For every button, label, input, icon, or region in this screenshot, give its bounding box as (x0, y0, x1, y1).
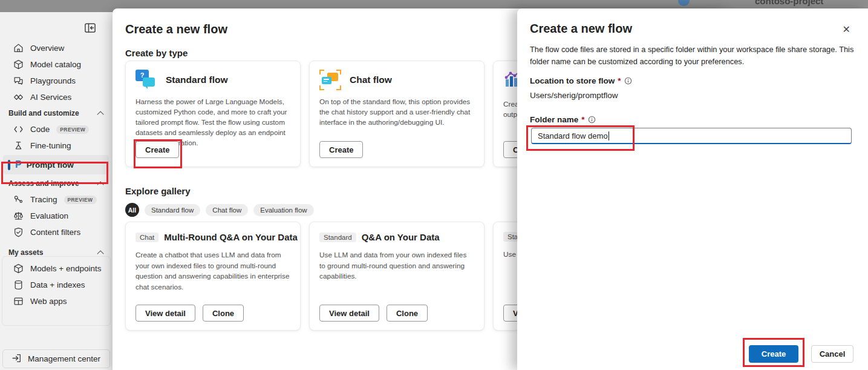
card-badge: Standard (319, 233, 356, 242)
collapse-sidebar-icon[interactable] (84, 22, 96, 34)
location-label-row: Location to store flow * (530, 76, 632, 85)
gallery-card-qa-on-your-data: Standard Q&A on Your Data Use LLM and da… (309, 222, 485, 331)
sidebar-item-label: Content filters (30, 228, 80, 237)
code-icon (13, 124, 24, 134)
view-detail-button[interactable]: View detail (319, 305, 379, 322)
section-build-and-customize[interactable]: Build and customize (0, 105, 113, 121)
card-title: Standard flow (166, 74, 227, 85)
filter-chat-flow[interactable]: Chat flow (206, 204, 248, 216)
gallery-filters: All Standard flow Chat flow Evaluation f… (125, 203, 314, 217)
fine-tuning-icon (13, 140, 24, 151)
gallery-card-multi-round-qa: Chat Multi-Round Q&A on Your Data Create… (125, 222, 301, 331)
chat-bubbles-icon (13, 76, 24, 86)
preview-badge: PREVIEW (56, 125, 89, 134)
sidebar-item-data-indexes[interactable]: Data + indexes (0, 277, 113, 293)
sidebar-item-prompt-flow[interactable]: P Prompt flow (3, 155, 109, 174)
filter-evaluation-flow[interactable]: Evaluation flow (253, 204, 313, 216)
card-description: Use LLM and data from your own indexed f… (319, 250, 474, 282)
card-badge: Chat (135, 233, 158, 242)
standard-flow-card: ? Standard flow Harness the power of Lar… (125, 61, 301, 167)
required-asterisk: * (618, 76, 621, 85)
standard-flow-icon: ? (135, 70, 157, 90)
folder-name-label: Folder name (530, 115, 578, 124)
shield-check-icon (13, 227, 24, 237)
sidebar-item-label: AI Services (30, 93, 71, 102)
sidebar-item-label: Evaluation (30, 211, 68, 220)
sidebar-nav-assets: My assets Models + endpoints Data + inde… (0, 245, 113, 309)
panel-create-button[interactable]: Create (749, 345, 798, 363)
screen: contoso-project Overview Model catalog P… (0, 0, 868, 370)
clone-button[interactable]: Clone (387, 305, 428, 322)
required-asterisk: * (581, 115, 584, 124)
chat-flow-icon (319, 70, 341, 90)
filter-all[interactable]: All (125, 203, 139, 217)
sidebar-item-label: Tracing (30, 195, 57, 204)
clone-button[interactable]: Clone (203, 305, 244, 322)
folder-label-row: Folder name * (530, 115, 596, 124)
view-detail-button[interactable]: View detail (135, 305, 195, 322)
sidebar-item-tracing[interactable]: Tracing PREVIEW (0, 191, 113, 208)
sidebar-item-model-catalog[interactable]: Model catalog (0, 56, 113, 73)
management-center-label: Management center (28, 354, 100, 363)
chat-flow-card: Chat flow On top of the standard flow, t… (309, 61, 485, 167)
location-label: Location to store flow (530, 76, 615, 85)
sidebar-item-playgrounds[interactable]: Playgrounds (0, 73, 113, 89)
card-title: Q&A on Your Data (362, 232, 440, 242)
section-my-assets[interactable]: My assets (0, 245, 113, 260)
project-name: contoso-project (755, 0, 823, 6)
sidebar-item-web-apps[interactable]: Web apps (0, 293, 113, 309)
sidebar: Overview Model catalog Playgrounds AI Se… (0, 12, 113, 370)
chat-flow-create-button[interactable]: Create (319, 141, 363, 158)
sidebar-item-code[interactable]: Code PREVIEW (0, 121, 113, 137)
sidebar-item-evaluation[interactable]: Evaluation (0, 208, 113, 224)
section-assess-and-improve[interactable]: Assess and improve (0, 176, 113, 191)
card-title: Multi-Round Q&A on Your Data (164, 232, 298, 242)
location-value: Users/sherig/promptflow (530, 91, 618, 100)
section-label: Assess and improve (8, 179, 79, 188)
sidebar-item-models-endpoints[interactable]: Models + endpoints (0, 260, 113, 277)
balance-scale-icon (13, 211, 24, 221)
sidebar-nav: Overview Model catalog Playgrounds AI Se… (0, 40, 113, 240)
cube-icon (13, 263, 24, 274)
info-icon[interactable] (624, 77, 632, 85)
avatar (678, 0, 690, 6)
close-icon[interactable]: ✕ (843, 24, 850, 35)
sidebar-item-fine-tuning[interactable]: Fine-tuning (0, 137, 113, 154)
folder-name-input[interactable]: Standard flow demo (531, 128, 852, 144)
sidebar-item-label: Data + indexes (30, 280, 85, 289)
section-label: My assets (8, 248, 43, 257)
dialog-title: Create a new flow (125, 22, 227, 36)
filter-standard-flow[interactable]: Standard flow (145, 204, 200, 216)
standard-flow-create-button[interactable]: Create (135, 141, 179, 158)
tracing-icon (13, 194, 24, 205)
create-by-type-heading: Create by type (125, 48, 188, 58)
selected-indicator (8, 160, 10, 170)
panel-cancel-button[interactable]: Cancel (811, 345, 853, 363)
home-icon (13, 43, 24, 53)
sidebar-item-label: Code (30, 125, 50, 134)
info-icon[interactable] (588, 116, 596, 124)
management-center-button[interactable]: Management center (2, 349, 110, 368)
create-flow-panel: Create a new flow ✕ The flow code files … (517, 8, 868, 370)
sidebar-item-ai-services[interactable]: AI Services (0, 89, 113, 105)
sidebar-item-label: Models + endpoints (30, 264, 101, 273)
card-description: On top of the standard flow, this option… (319, 97, 474, 128)
preview-badge: PREVIEW (64, 196, 97, 204)
sidebar-item-content-filters[interactable]: Content filters (0, 224, 113, 240)
card-description: Create a chatbot that uses LLM and data … (135, 250, 290, 293)
text-cursor (609, 131, 610, 140)
explore-gallery-heading: Explore gallery (125, 186, 191, 196)
web-apps-icon (13, 296, 24, 306)
panel-title: Create a new flow (530, 22, 632, 36)
section-label: Build and customize (8, 109, 79, 117)
folder-name-value: Standard flow demo (538, 131, 608, 140)
sidebar-item-label: Overview (30, 44, 64, 53)
sidebar-item-overview[interactable]: Overview (0, 40, 113, 56)
sidebar-item-label: Web apps (30, 297, 67, 306)
sidebar-item-label: Fine-tuning (30, 141, 71, 150)
chevron-up-icon (97, 250, 103, 257)
sidebar-item-label: Prompt flow (27, 160, 74, 170)
sidebar-item-label: Playgrounds (30, 76, 76, 85)
chevron-up-icon (97, 181, 103, 188)
database-icon (13, 280, 24, 290)
